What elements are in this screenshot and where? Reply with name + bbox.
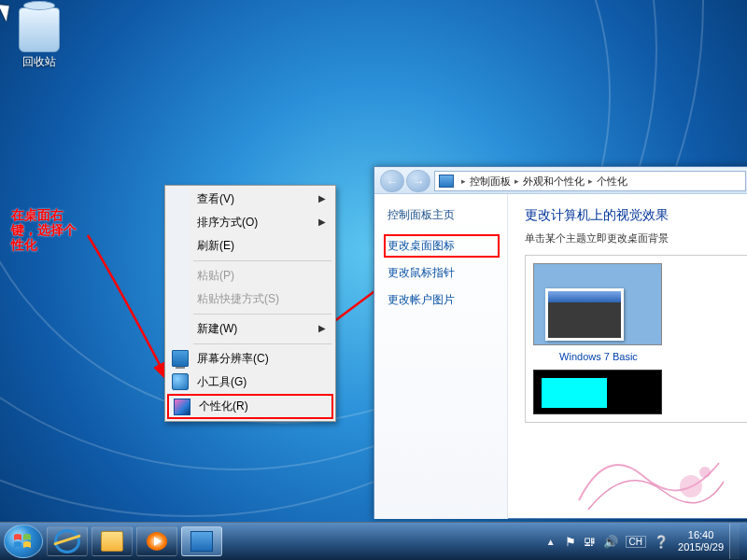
- ie-icon: [54, 529, 80, 553]
- monitor-icon: [172, 350, 189, 367]
- clock-time: 16:40: [678, 529, 724, 541]
- menu-sort-label: 排序方式(O): [197, 216, 258, 229]
- help-icon[interactable]: ❔: [654, 535, 669, 549]
- menu-gadgets[interactable]: 小工具(G): [167, 371, 333, 394]
- taskbar: ▲ ⚑ 🖳 🔊 CH ❔ 16:40 2015/9/29: [0, 522, 747, 560]
- media-player-icon: [147, 532, 167, 551]
- clock-date: 2015/9/29: [678, 541, 724, 553]
- menu-personalize-label: 个性化(R): [199, 399, 248, 413]
- recycle-bin-icon: [19, 7, 60, 52]
- theme-win7-basic[interactable]: Windows 7 Basic: [533, 263, 664, 414]
- page-title: 更改计算机上的视觉效果: [525, 207, 747, 224]
- recycle-bin[interactable]: 回收站: [13, 7, 65, 70]
- show-desktop-button[interactable]: [729, 524, 740, 559]
- folder-icon: [101, 531, 123, 552]
- breadcrumb[interactable]: ▸ 控制面板 ▸ 外观和个性化 ▸ 个性化: [434, 171, 746, 191]
- nav-back-button[interactable]: ←: [380, 170, 404, 192]
- theme-thumbnail-hc: [533, 370, 662, 414]
- menu-refresh[interactable]: 刷新(E): [167, 234, 333, 258]
- desktop-context-menu: 查看(V)▶ 排序方式(O)▶ 刷新(E) 粘贴(P) 粘贴快捷方式(S) 新建…: [164, 185, 336, 422]
- breadcrumb-leaf[interactable]: 个性化: [597, 175, 627, 189]
- chevron-right-icon: ▶: [318, 323, 326, 333]
- menu-paste-label: 粘贴(P): [197, 269, 234, 282]
- chevron-right-icon: ▶: [318, 193, 326, 203]
- taskbar-ie[interactable]: [47, 526, 88, 556]
- main-panel: 更改计算机上的视觉效果 单击某个主题立即更改桌面背景 Windows 7 Bas…: [508, 194, 747, 519]
- menu-paste-shortcut-label: 粘贴快捷方式(S): [197, 292, 279, 305]
- personalize-icon: [174, 399, 190, 415]
- side-header: 控制面板主页: [388, 207, 500, 223]
- theme-label: Windows 7 Basic: [559, 351, 638, 362]
- link-change-account-picture[interactable]: 更改帐户图片: [388, 292, 500, 308]
- theme-list: Windows 7 Basic: [525, 255, 747, 423]
- annotation-text: 在桌面右键，选择个性化: [11, 207, 86, 252]
- nav-forward-button[interactable]: →: [406, 170, 430, 192]
- personalization-window: ← → ▸ 控制面板 ▸ 外观和个性化 ▸ 个性化 控制面板主页 更改桌面图标 …: [374, 166, 747, 519]
- gadget-icon: [172, 373, 189, 390]
- menu-resolution[interactable]: 屏幕分辨率(C): [167, 347, 333, 371]
- menu-refresh-label: 刷新(E): [197, 239, 234, 252]
- arrow-left-icon: ←: [387, 175, 399, 189]
- windows-logo-icon: [13, 533, 32, 550]
- link-change-desktop-icons[interactable]: 更改桌面图标: [384, 234, 500, 258]
- taskbar-explorer[interactable]: [92, 526, 133, 556]
- page-subtitle: 单击某个主题立即更改桌面背景: [525, 231, 747, 245]
- breadcrumb-mid[interactable]: 外观和个性化: [523, 175, 585, 189]
- menu-new-label: 新建(W): [197, 322, 237, 335]
- menu-sort[interactable]: 排序方式(O)▶: [167, 211, 333, 234]
- menu-paste: 粘贴(P): [167, 264, 333, 287]
- menu-view[interactable]: 查看(V)▶: [167, 188, 333, 211]
- ime-indicator[interactable]: CH: [626, 536, 646, 548]
- chevron-right-icon: ▸: [461, 176, 466, 186]
- taskbar-media-player[interactable]: [136, 526, 177, 556]
- menu-view-label: 查看(V): [197, 192, 234, 205]
- menu-new[interactable]: 新建(W)▶: [167, 317, 333, 341]
- side-panel: 控制面板主页 更改桌面图标 更改鼠标指针 更改帐户图片: [374, 194, 508, 519]
- action-center-icon[interactable]: ⚑: [565, 535, 576, 549]
- menu-personalize[interactable]: 个性化(R): [167, 394, 333, 419]
- control-panel-icon: [439, 175, 454, 188]
- control-panel-icon: [190, 531, 213, 552]
- tray-overflow-button[interactable]: ▲: [546, 537, 556, 547]
- recycle-bin-label: 回收站: [13, 54, 65, 70]
- breadcrumb-root[interactable]: 控制面板: [470, 175, 511, 189]
- taskbar-clock[interactable]: 16:40 2015/9/29: [678, 529, 724, 553]
- network-icon[interactable]: 🖳: [584, 535, 596, 549]
- volume-icon[interactable]: 🔊: [603, 535, 618, 549]
- system-tray: ▲ ⚑ 🖳 🔊 CH ❔ 16:40 2015/9/29: [546, 524, 743, 559]
- menu-paste-shortcut: 粘贴快捷方式(S): [167, 287, 333, 311]
- window-titlebar[interactable]: ← → ▸ 控制面板 ▸ 外观和个性化 ▸ 个性化: [374, 167, 747, 194]
- start-button[interactable]: [4, 525, 43, 558]
- chevron-right-icon: ▸: [588, 176, 593, 186]
- theme-thumbnail: [533, 263, 662, 345]
- chevron-right-icon: ▶: [318, 217, 326, 227]
- chevron-right-icon: ▸: [514, 176, 519, 186]
- menu-resolution-label: 屏幕分辨率(C): [197, 352, 269, 365]
- link-change-mouse-pointer[interactable]: 更改鼠标指针: [388, 265, 500, 281]
- menu-gadgets-label: 小工具(G): [197, 375, 247, 388]
- taskbar-control-panel[interactable]: [181, 526, 222, 556]
- arrow-right-icon: →: [413, 175, 425, 189]
